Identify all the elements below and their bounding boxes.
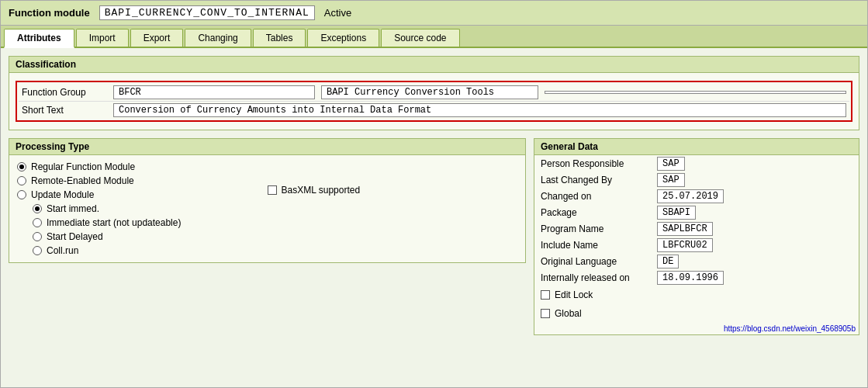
function-group-value[interactable]: BFCR <box>113 85 315 99</box>
radio-immediate-input[interactable] <box>33 218 42 227</box>
edit-lock-label: Edit Lock <box>555 289 593 300</box>
internally-released-label: Internally released on <box>534 269 651 286</box>
general-data-header: General Data <box>534 139 859 155</box>
tab-import[interactable]: Import <box>76 29 129 47</box>
table-row-person: Person Responsible SAP <box>534 155 859 171</box>
function-group-label: Function Group <box>22 87 107 98</box>
processing-type-header: Processing Type <box>9 139 525 155</box>
radio-delayed-input[interactable] <box>33 232 42 241</box>
content-area: Classification Function Group BFCR BAPI … <box>1 48 867 343</box>
package-value[interactable]: SBAPI <box>657 206 696 220</box>
basxml-checkbox[interactable] <box>268 185 277 195</box>
tab-export[interactable]: Export <box>130 29 184 47</box>
changed-on-value[interactable]: 25.07.2019 <box>657 189 724 203</box>
table-row-original-language: Original Language DE <box>534 253 859 269</box>
main-window: Function module BAPI_CURRENCY_CONV_TO_IN… <box>0 0 868 388</box>
classification-section: Classification Function Group BFCR BAPI … <box>9 56 859 130</box>
tab-source-code[interactable]: Source code <box>381 29 459 47</box>
classification-body: Function Group BFCR BAPI Currency Conver… <box>9 73 859 130</box>
last-changed-by-label: Last Changed By <box>534 171 651 188</box>
classification-header: Classification <box>9 57 859 73</box>
program-name-value[interactable]: SAPLBFCR <box>657 222 713 236</box>
radio-update-label: Update Module <box>31 189 94 200</box>
classification-fields-group: Function Group BFCR BAPI Currency Conver… <box>16 81 852 122</box>
original-language-value[interactable]: DE <box>657 255 679 268</box>
radio-regular-input[interactable] <box>17 162 26 171</box>
short-text-row: Short Text Conversion of Currency Amount… <box>19 101 849 119</box>
general-data-panel: General Data Person Responsible SAP Last… <box>534 138 859 335</box>
bottom-panels: Processing Type Regular Function Module <box>9 138 859 335</box>
edit-lock-checkbox[interactable] <box>541 290 550 300</box>
tab-attributes[interactable]: Attributes <box>4 29 74 48</box>
processing-row: Regular Function Module Remote-Enabled M… <box>9 155 525 262</box>
original-language-label: Original Language <box>534 253 651 269</box>
changed-on-label: Changed on <box>534 188 651 204</box>
radio-delayed[interactable]: Start Delayed <box>33 230 268 244</box>
basxml-label: BasXML supported <box>282 185 361 196</box>
table-row-released: Internally released on 18.09.1996 <box>534 269 859 286</box>
person-responsible-value[interactable]: SAP <box>657 157 685 171</box>
tab-changing[interactable]: Changing <box>185 29 251 47</box>
function-group-row: Function Group BFCR BAPI Currency Conver… <box>19 84 849 101</box>
function-module-value: BAPI_CURRENCY_CONV_TO_INTERNAL <box>99 5 315 20</box>
person-responsible-label: Person Responsible <box>534 155 651 171</box>
global-checkbox[interactable] <box>541 309 550 318</box>
table-row-package: Package SBAPI <box>534 204 859 220</box>
radio-delayed-label: Start Delayed <box>47 231 103 242</box>
last-changed-by-value[interactable]: SAP <box>657 173 685 187</box>
processing-section: Processing Type Regular Function Module <box>9 138 526 263</box>
radio-coll-label: Coll.run <box>47 245 78 256</box>
radio-regular-label: Regular Function Module <box>31 161 135 172</box>
table-row-changed-on: Changed on 25.07.2019 <box>534 188 859 204</box>
internally-released-value[interactable]: 18.09.1996 <box>657 271 724 285</box>
table-row-edit-lock: Edit Lock <box>534 286 859 304</box>
global-checkbox-item[interactable]: Global <box>541 307 852 320</box>
radio-remote-input[interactable] <box>17 176 26 185</box>
short-text-label: Short Text <box>22 105 107 116</box>
processing-col2: BasXML supported <box>268 160 518 258</box>
radio-update-input[interactable] <box>17 190 26 199</box>
status-badge: Active <box>324 7 351 19</box>
function-module-label: Function module <box>9 7 90 19</box>
processing-col: Regular Function Module Remote-Enabled M… <box>17 160 268 258</box>
global-label: Global <box>555 308 582 319</box>
basxml-checkbox-item[interactable]: BasXML supported <box>268 183 361 197</box>
table-row-include-name: Include Name LBFCRU02 <box>534 237 859 253</box>
table-row-program-name: Program Name SAPLBFCR <box>534 220 859 237</box>
tab-tables[interactable]: Tables <box>253 29 306 47</box>
program-name-label: Program Name <box>534 220 651 237</box>
include-name-value[interactable]: LBFCRU02 <box>657 238 713 252</box>
watermark: https://blog.csdn.net/weixin_4568905b <box>534 323 859 334</box>
radio-immediate[interactable]: Immediate start (not updateable) <box>33 216 268 230</box>
radio-start-immed-input[interactable] <box>33 204 42 213</box>
table-row-global: Global <box>534 304 859 323</box>
general-section: General Data Person Responsible SAP Last… <box>534 138 859 335</box>
radio-remote-label: Remote-Enabled Module <box>31 175 134 186</box>
radio-update[interactable]: Update Module <box>17 188 268 202</box>
radio-start-immed-label: Start immed. <box>47 203 99 214</box>
function-group-extra[interactable] <box>545 91 846 94</box>
short-text-value[interactable]: Conversion of Currency Amounts into Inte… <box>113 103 846 117</box>
include-name-label: Include Name <box>534 237 651 253</box>
radio-regular[interactable]: Regular Function Module <box>17 160 268 174</box>
function-group-desc[interactable]: BAPI Currency Conversion Tools <box>321 85 538 99</box>
title-bar: Function module BAPI_CURRENCY_CONV_TO_IN… <box>1 1 867 26</box>
table-row-changed-by: Last Changed By SAP <box>534 171 859 188</box>
radio-start-immed[interactable]: Start immed. <box>33 202 268 216</box>
processing-type-panel: Processing Type Regular Function Module <box>9 138 526 335</box>
package-label: Package <box>534 204 651 220</box>
radio-coll[interactable]: Coll.run <box>33 244 268 258</box>
tab-exceptions[interactable]: Exceptions <box>307 29 379 47</box>
tab-bar: Attributes Import Export Changing Tables… <box>1 26 867 48</box>
radio-remote[interactable]: Remote-Enabled Module <box>17 174 268 188</box>
radio-immediate-label: Immediate start (not updateable) <box>47 217 181 228</box>
general-data-table: Person Responsible SAP Last Changed By S… <box>534 155 859 323</box>
radio-coll-input[interactable] <box>33 246 42 255</box>
edit-lock-checkbox-item[interactable]: Edit Lock <box>541 288 852 302</box>
